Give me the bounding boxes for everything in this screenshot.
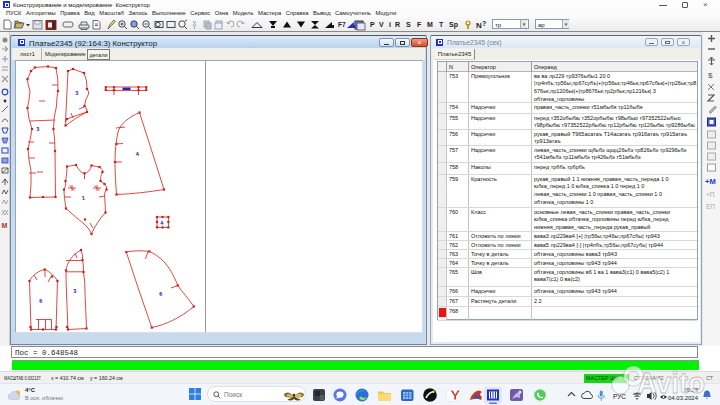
svg-text:P: P (370, 21, 375, 28)
svg-text:+M: +M (705, 177, 716, 186)
svg-text:4: 4 (160, 219, 165, 225)
svg-text:R: R (395, 21, 400, 28)
svg-text:i: i (389, 21, 391, 28)
svg-text:Sp: Sp (449, 21, 458, 29)
svg-text:M: M (2, 222, 8, 229)
svg-text:?: ? (482, 20, 486, 27)
svg-text:F7: F7 (338, 21, 346, 28)
svg-text:3: 3 (73, 288, 77, 294)
svg-text:6: 6 (159, 291, 163, 297)
svg-text:Avito: Avito (637, 366, 705, 399)
svg-text:$: $ (708, 71, 713, 80)
svg-text:F: F (417, 21, 422, 28)
svg-text:3: 3 (75, 90, 79, 96)
svg-text:T: T (439, 21, 444, 28)
svg-text:4: 4 (135, 150, 140, 156)
svg-text:1: 1 (81, 195, 85, 201)
svg-text:V: V (379, 21, 384, 28)
svg-text:M: M (427, 21, 433, 28)
svg-text:S: S (406, 21, 411, 28)
svg-text:+П: +П (706, 191, 715, 198)
svg-text:3: 3 (36, 126, 40, 132)
svg-text:ЕП: ЕП (706, 203, 715, 210)
svg-text:6: 6 (39, 298, 43, 304)
